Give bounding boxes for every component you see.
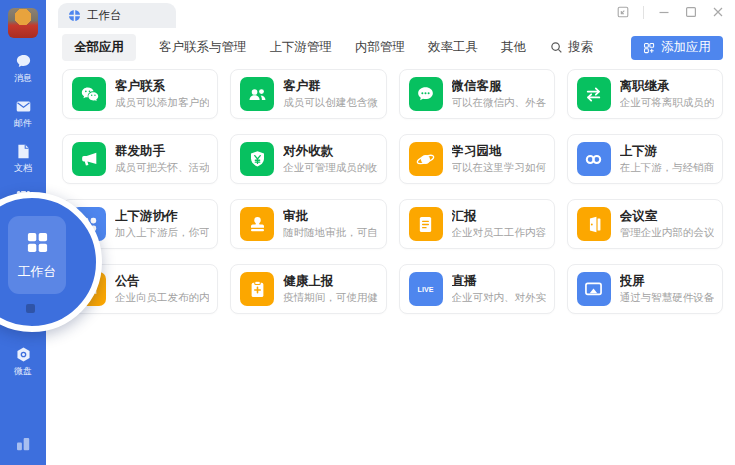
link-icon (577, 142, 611, 176)
app-name: 公告 (115, 274, 209, 289)
sidebar-item-messages[interactable]: 消息 (0, 53, 46, 83)
app-name: 群发助手 (115, 144, 209, 159)
app-description: 通过与智慧硬件设备的连接... (620, 291, 714, 304)
close-button[interactable] (711, 5, 725, 19)
app-card[interactable]: 离职继承企业可将离职成员的客户... (567, 69, 723, 119)
megaphone-icon (72, 142, 106, 176)
app-card[interactable]: 群发助手成员可把关怀、活动等消... (62, 134, 218, 184)
app-description: 企业可管理成员的收款... (283, 161, 377, 174)
sidebar-more-dot (26, 304, 35, 313)
group-icon (240, 77, 274, 111)
window-controls (616, 5, 725, 19)
app-card[interactable]: 学习园地可以在这里学习如何做好... (399, 134, 555, 184)
filter-tab-3[interactable]: 内部管理 (355, 39, 405, 56)
maximize-button[interactable] (684, 5, 698, 19)
app-description: 可以在微信内、外各个场... (452, 96, 546, 109)
app-name: 审批 (283, 209, 377, 224)
cast-icon (577, 272, 611, 306)
app-name: 上下游 (620, 144, 714, 159)
minimize-button[interactable] (657, 5, 671, 19)
filter-tab-2[interactable]: 上下游管理 (270, 39, 333, 56)
app-card[interactable]: 微信客服可以在微信内、外各个场... (399, 69, 555, 119)
main-area: 工作台 全部应用客户联系与管理上下游管理内部管理效率工具其他 搜索 添加应用 客… (46, 0, 735, 465)
stats-bars-icon[interactable] (13, 433, 33, 453)
filter-tab-5[interactable]: 其他 (501, 39, 526, 56)
transfer-icon (577, 77, 611, 111)
doc-icon (15, 143, 32, 160)
chat-icon (15, 53, 32, 70)
app-description: 企业对员工工作内容及过... (452, 226, 546, 239)
app-description: 疫情期间，可使用健康上... (283, 291, 377, 304)
drive-icon (15, 346, 32, 363)
app-card[interactable]: 审批随时随地审批，可自定义... (230, 199, 386, 249)
app-name: 投屏 (620, 274, 714, 289)
add-app-label: 添加应用 (661, 39, 711, 56)
sidebar-item-mail[interactable]: 邮件 (0, 98, 46, 128)
live-icon: LIVE (409, 272, 443, 306)
door-icon (577, 207, 611, 241)
app-name: 直播 (452, 274, 546, 289)
stamp-icon (240, 207, 274, 241)
app-grid: 客户联系成员可以添加客户的微信...客户群成员可以创建包含微信用...微信客服可… (62, 69, 723, 314)
app-card[interactable]: 上下游在上下游，与经销商、供... (567, 134, 723, 184)
planet-icon (409, 142, 443, 176)
app-description: 成员可以添加客户的微信... (115, 96, 209, 109)
tab-bar: 工作台 (46, 0, 735, 28)
sidebar-item-label: 文档 (14, 163, 32, 173)
app-card[interactable]: 客户群成员可以创建包含微信用... (230, 69, 386, 119)
popout-button[interactable] (616, 5, 630, 19)
app-name: 上下游协作 (115, 209, 209, 224)
app-card[interactable]: 会议室管理企业内部的会议室... (567, 199, 723, 249)
svg-text:LIVE: LIVE (418, 286, 434, 294)
add-app-button[interactable]: 添加应用 (631, 36, 723, 60)
tab-workbench[interactable]: 工作台 (58, 3, 176, 28)
search-icon (550, 41, 563, 54)
report-icon (409, 207, 443, 241)
filter-tab-4[interactable]: 效率工具 (428, 39, 478, 56)
app-card[interactable]: 对外收款企业可管理成员的收款... (230, 134, 386, 184)
app-card[interactable]: 汇报企业对员工工作内容及过... (399, 199, 555, 249)
app-description: 企业可对内、对外实时分... (452, 291, 546, 304)
app-name: 客户群 (283, 79, 377, 94)
tab-title: 工作台 (87, 8, 122, 23)
shield-yen-icon (240, 142, 274, 176)
app-name: 会议室 (620, 209, 714, 224)
app-description: 成员可把关怀、活动等消... (115, 161, 209, 174)
app-description: 企业可将离职成员的客户... (620, 96, 714, 109)
app-card[interactable]: 健康上报疫情期间，可使用健康上... (230, 264, 386, 314)
app-description: 随时随地审批，可自定义... (283, 226, 377, 239)
app-name: 汇报 (452, 209, 546, 224)
app-name: 对外收款 (283, 144, 377, 159)
add-app-grid-icon (643, 42, 655, 54)
sidebar-item-label: 微盘 (14, 366, 32, 376)
filter-tabs: 全部应用客户联系与管理上下游管理内部管理效率工具其他 (62, 34, 526, 61)
app-card[interactable]: 投屏通过与智慧硬件设备的连接... (567, 264, 723, 314)
sidebar-item-label: 工作台 (18, 263, 57, 281)
app-description: 可以在这里学习如何做好... (452, 161, 546, 174)
search-button[interactable]: 搜索 (550, 39, 593, 56)
sidebar-item-label: 消息 (14, 73, 32, 83)
user-avatar[interactable] (8, 8, 38, 38)
app-card[interactable]: 客户联系成员可以添加客户的微信... (62, 69, 218, 119)
app-name: 健康上报 (283, 274, 377, 289)
app-description: 在上下游，与经销商、供... (620, 161, 714, 174)
service-icon (409, 77, 443, 111)
filter-tab-1[interactable]: 客户联系与管理 (159, 39, 247, 56)
sidebar-item-docs[interactable]: 文档 (0, 143, 46, 173)
app-description: 成员可以创建包含微信用... (283, 96, 377, 109)
filter-tab-0[interactable]: 全部应用 (62, 34, 136, 61)
app-description: 管理企业内部的会议室... (620, 226, 714, 239)
window-controls-divider (643, 6, 644, 19)
sidebar-item-label: 邮件 (14, 118, 32, 128)
workbench-tab-icon (68, 9, 81, 22)
app-name: 微信客服 (452, 79, 546, 94)
search-label: 搜索 (568, 39, 593, 56)
app-description: 加入上下游后，你可以便... (115, 226, 209, 239)
app-name: 学习园地 (452, 144, 546, 159)
toolbar: 全部应用客户联系与管理上下游管理内部管理效率工具其他 搜索 添加应用 (62, 35, 723, 60)
mail-icon (15, 98, 32, 115)
app-card[interactable]: LIVE直播企业可对内、对外实时分... (399, 264, 555, 314)
sidebar-item-drive[interactable]: 微盘 (0, 346, 46, 376)
app-description: 企业向员工发布的内部重... (115, 291, 209, 304)
sidebar-item-workbench[interactable]: 工作台 (8, 216, 66, 294)
